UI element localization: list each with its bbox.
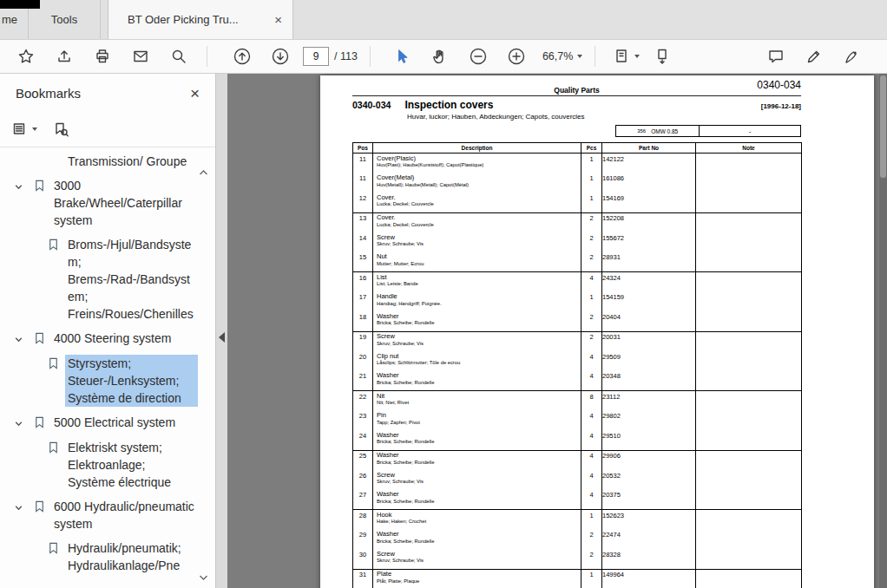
column-header: Note: [696, 143, 802, 154]
bookmark-item: 6000 Hydraulic/pneumatic system: [0, 498, 215, 532]
page-number-input[interactable]: [303, 47, 329, 66]
zoom-out-icon[interactable]: [466, 44, 490, 69]
table-row: 20Clip nutLåsclips; Schlitzmutter; Tôle …: [353, 351, 802, 371]
email-icon[interactable]: [128, 44, 153, 69]
tab-document[interactable]: BT Oder Picking Tru... ×: [108, 0, 293, 39]
table-cell: NitNit; Niet; Rivet: [373, 391, 581, 411]
previous-page-icon[interactable]: [230, 44, 254, 69]
select-tool-icon[interactable]: [390, 44, 414, 69]
locate-bookmark-icon[interactable]: [53, 121, 69, 138]
close-icon[interactable]: ×: [273, 12, 284, 27]
zoom-in-icon[interactable]: [504, 44, 529, 69]
table-cell: [696, 311, 802, 331]
table-cell: [696, 173, 802, 193]
table-row: 21WasherBricka; Scheibe; Rondelle420348: [353, 371, 802, 391]
table-cell: 152208: [602, 212, 696, 232]
table-cell: [696, 351, 802, 371]
table-cell: ScrewSkruv; Schraube; Vis: [373, 232, 581, 252]
brand-header: Quality Parts: [554, 86, 599, 95]
share-icon[interactable]: [52, 44, 76, 69]
chevron-down-icon[interactable]: [14, 417, 28, 431]
chevron-down-icon[interactable]: [14, 180, 28, 194]
info-box: 356 OMW 0.85 -: [615, 125, 801, 137]
table-cell: 4: [581, 470, 602, 490]
pdf-page: Quality Parts 0340-034 0340-034 Inspecti…: [320, 75, 874, 588]
search-icon[interactable]: [167, 44, 191, 69]
scrollbar-thumb[interactable]: [880, 75, 886, 178]
table-cell: WasherBricka; Scheibe; Rondelle: [373, 311, 581, 331]
next-page-icon[interactable]: [268, 44, 292, 69]
page-display-dropdown[interactable]: [613, 48, 640, 65]
page-display-icon: [613, 48, 630, 65]
chevron-down-icon[interactable]: [14, 501, 28, 515]
panel-splitter[interactable]: [215, 74, 227, 588]
table-cell: [696, 450, 802, 470]
table-cell: [696, 530, 802, 550]
scroll-down-icon[interactable]: [199, 569, 208, 585]
table-cell: [696, 391, 802, 411]
table-cell: 18: [353, 311, 373, 331]
table-row: 29WasherBricka; Scheibe; Rondelle222474: [353, 530, 802, 550]
table-cell: [696, 430, 802, 450]
print-icon[interactable]: [90, 44, 115, 69]
table-cell: 30: [353, 549, 373, 569]
bookmarks-panel: Bookmarks × Transmission/ Groupe3000 Bra…: [0, 74, 215, 588]
info-box-left: 356 OMW 0.85: [616, 126, 700, 136]
table-cell: 8: [581, 391, 602, 411]
scroll-up-icon[interactable]: [199, 164, 208, 180]
bookmark-label[interactable]: 4000 Steering system: [51, 330, 198, 347]
bookmark-label[interactable]: Elektriskt system; Elektroanlage; Systèm…: [65, 439, 198, 491]
bookmark-label[interactable]: 6000 Hydraulic/pneumatic system: [51, 498, 198, 532]
favorites-star-icon[interactable]: [14, 44, 38, 69]
info-box-right: -: [700, 126, 800, 136]
table-cell: Cover.Lucka; Deckel; Couvercle: [373, 193, 581, 212]
zoom-level-dropdown[interactable]: 66,7%: [542, 50, 582, 62]
options-menu-icon[interactable]: [12, 121, 37, 137]
zoom-level-value: 66,7%: [542, 50, 573, 62]
table-cell: 1: [581, 154, 602, 173]
bookmark-label[interactable]: 3000 Brake/Wheel/Caterpillar system: [51, 177, 198, 229]
table-cell: 16: [353, 272, 373, 292]
table-row: 11Cover(Metal)Huv(Metall); Haube(Metall)…: [353, 173, 802, 193]
bookmark-item: 4000 Steering system: [0, 330, 215, 348]
table-cell: 22474: [602, 530, 696, 550]
tab-document-label: BT Oder Picking Tru...: [128, 13, 239, 26]
vertical-scrollbar[interactable]: [879, 74, 887, 588]
table-row: 16ListList; Leiste; Bande424324: [353, 272, 802, 292]
bookmark-label[interactable]: 5000 Electrical system: [51, 414, 198, 431]
page-code: 0340-034: [757, 79, 801, 91]
collapse-panel-icon[interactable]: [219, 332, 225, 343]
hand-tool-icon[interactable]: [428, 44, 452, 69]
table-cell: 31: [353, 569, 373, 588]
section-title: Inspection covers: [404, 99, 493, 111]
table-row: 12Cover.Lucka; Deckel; Couvercle1154169: [353, 193, 802, 212]
table-cell: 4: [581, 272, 602, 292]
table-row: 25WasherBricka; Scheibe; Rondelle429906: [353, 450, 802, 470]
table-cell: 4: [581, 351, 602, 371]
table-row: 28HookHake; Haken; Crochet1152623: [353, 510, 802, 530]
table-cell: 20404: [602, 311, 696, 331]
comment-icon[interactable]: [764, 44, 788, 69]
scrolling-mode-icon[interactable]: [650, 44, 674, 69]
table-cell: [696, 193, 802, 212]
chevron-down-icon[interactable]: [14, 333, 28, 347]
table-cell: 15: [353, 252, 373, 272]
table-cell: 4: [581, 450, 602, 470]
table-cell: WasherBricka; Scheibe; Rondelle: [373, 430, 581, 450]
bookmark-label[interactable]: Broms-/Hjul/Bandsystem; Brems-/Rad-/Band…: [65, 236, 198, 323]
pencil-icon[interactable]: [802, 44, 826, 69]
bookmark-label[interactable]: Hydraulik/pneumatik; Hydraulikanlage/Pne: [65, 539, 198, 574]
close-icon[interactable]: ×: [190, 85, 200, 101]
bookmark-item: Broms-/Hjul/Bandsystem; Brems-/Rad-/Band…: [0, 236, 215, 323]
toolbar-separator: [207, 46, 207, 67]
table-cell: 11: [353, 154, 373, 173]
bookmark-label[interactable]: Styrsystem; Steuer-/Lenksystem; Système …: [65, 355, 198, 407]
chevron-down-icon: [634, 55, 640, 58]
bookmarks-title: Bookmarks: [16, 86, 81, 101]
bookmark-item: Transmission/ Groupe: [0, 153, 215, 170]
fill-sign-icon[interactable]: [840, 44, 864, 69]
bookmark-item: Styrsystem; Steuer-/Lenksystem; Système …: [0, 355, 215, 407]
table-cell: 11: [353, 173, 373, 193]
table-cell: [696, 331, 802, 351]
bookmark-label[interactable]: Transmission/ Groupe: [65, 153, 198, 170]
